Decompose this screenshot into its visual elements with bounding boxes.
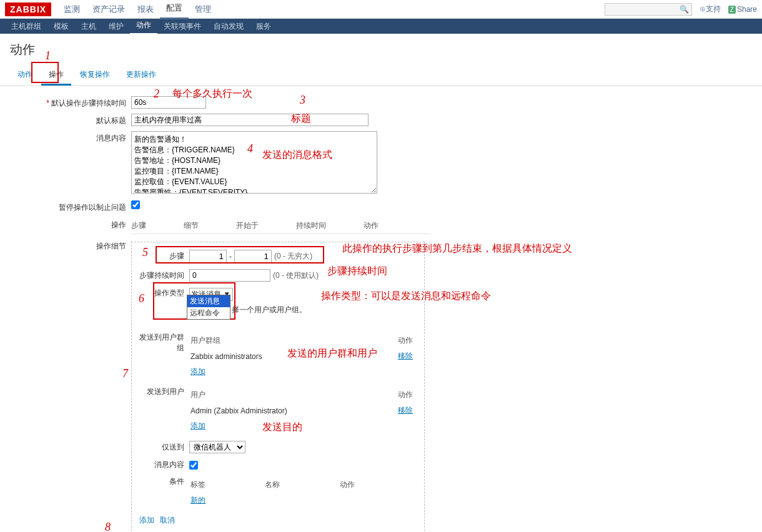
usergroup-label: 发送到用户群组 [139,332,189,353]
ops-label: 操作 [0,218,131,230]
ug-row-value: Zabbix administrators [190,349,374,363]
msgcontent-checkbox[interactable] [189,461,198,470]
cond-col-tag: 标签 [190,478,264,492]
subject-input[interactable] [131,114,369,126]
subject-label: 默认标题 [0,114,131,126]
user-label: 发送到用户 [139,387,189,397]
cond-label: 条件 [139,476,189,487]
ops-col-start: 开始于 [236,220,259,231]
sub-nav: 主机群组 模板 主机 维护 动作 关联项事件 自动发现 服务 [0,19,762,34]
detail-label: 操作细节 [0,239,131,252]
subnav-correlation[interactable]: 关联项事件 [157,19,207,34]
support-link[interactable]: ⊙支持 [700,4,721,14]
sendto-select[interactable]: 微信机器人 [189,441,245,453]
step-duration-input[interactable] [131,96,206,109]
pause-checkbox[interactable] [131,200,140,209]
pause-label: 暂停操作以制止问题 [0,200,131,213]
step-to-input[interactable] [234,250,272,263]
step-duration-label: *默认操作步骤持续时间 [0,96,131,109]
user-add-link[interactable]: 添加 [190,421,205,430]
tab-recovery[interactable]: 恢复操作 [72,66,117,86]
optype-dropdown: 发送消息 远程命令 [187,295,230,320]
top-bar: ZABBIX 监测 资产记录 报表 配置 管理 🔍 ⊙支持 ZShare [0,0,762,19]
ops-col-step: 步骤 [131,220,146,231]
user-row-value: Admin (Zabbix Administrator) [190,403,382,418]
ops-col-detail: 细节 [184,220,199,231]
subnav-maintenance[interactable]: 维护 [102,19,130,34]
cond-new-link[interactable]: 新的 [190,496,205,505]
share-link[interactable]: ZShare [728,5,757,14]
ops-col-duration: 持续时间 [296,220,326,231]
ops-col-action: 动作 [364,220,379,231]
ug-remove-link[interactable]: 移除 [398,352,413,360]
search-input[interactable]: 🔍 [605,3,692,16]
cond-col-action: 动作 [340,478,413,492]
user-col-user: 用户 [190,388,382,402]
nav-monitor[interactable]: 监测 [57,0,86,19]
detail-cancel-link[interactable]: 取消 [160,516,175,525]
dur-hint: (0 - 使用默认) [273,270,319,281]
search-icon: 🔍 [680,5,689,14]
message-label: 消息内容 [0,131,131,144]
tab-action[interactable]: 动作 [10,66,40,86]
nav-config[interactable]: 配置 [160,0,189,19]
message-textarea[interactable] [131,131,377,194]
optype-opt-remote[interactable]: 远程命令 [187,307,230,319]
dur-input[interactable] [189,269,270,282]
page-title: 动作 [0,34,762,66]
subnav-actions[interactable]: 动作 [130,17,157,35]
ug-add-link[interactable]: 添加 [190,367,205,376]
dur-label: 步骤持续时间 [139,270,189,281]
subnav-hostgroups[interactable]: 主机群组 [5,19,47,34]
optype-hint: 择一个用户或用户组。 [232,305,307,315]
user-remove-link[interactable]: 移除 [398,406,413,415]
optype-label: 操作类型 [139,288,189,298]
msgcontent-label: 消息内容 [139,460,189,470]
tab-operations[interactable]: 操作 [41,66,71,86]
subnav-services[interactable]: 服务 [250,19,277,34]
cond-col-name: 名称 [265,478,338,492]
operation-detail-box: 步骤 - (0 - 无穷大) 步骤持续时间 (0 - 使用默认) 操作类型 发送… [131,242,425,532]
step-hint: (0 - 无穷大) [274,251,312,262]
tab-update[interactable]: 更新操作 [119,66,164,86]
subnav-discovery[interactable]: 自动发现 [207,19,250,34]
logo: ZABBIX [5,2,51,16]
subnav-templates[interactable]: 模板 [47,19,75,34]
ug-col-action: 动作 [375,333,413,348]
nav-inventory[interactable]: 资产记录 [86,0,131,19]
step-from-input[interactable] [189,250,227,263]
detail-add-link[interactable]: 添加 [139,516,154,525]
sendto-label: 仅送到 [139,442,189,453]
ops-header: 步骤 细节 开始于 持续时间 动作 [131,218,431,234]
optype-opt-send[interactable]: 发送消息 [187,295,230,307]
ug-col-group: 用户群组 [190,333,374,348]
nav-admin[interactable]: 管理 [189,0,217,19]
tabs: 动作 操作 恢复操作 更新操作 [0,66,762,86]
subnav-hosts[interactable]: 主机 [75,19,102,34]
nav-reports[interactable]: 报表 [131,0,160,19]
step-label: 步骤 [139,251,189,262]
form: *默认操作步骤持续时间 默认标题 消息内容 暂停操作以制止问题 操作 步骤 细节… [0,86,762,532]
user-col-action: 动作 [383,388,413,402]
